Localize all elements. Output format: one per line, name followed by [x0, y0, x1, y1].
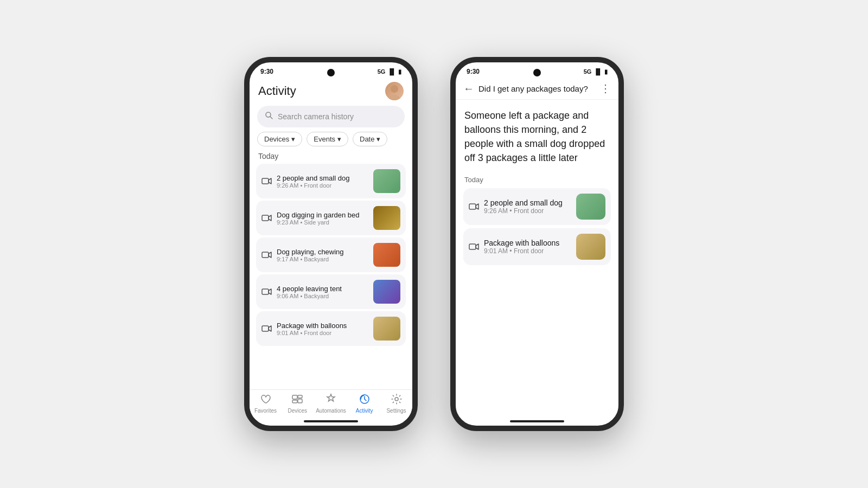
list-item[interactable]: Dog digging in garden bed 9:23 AM • Side… [256, 201, 406, 235]
bottom-nav: Favorites Devices [250, 389, 412, 419]
video-camera-icon-chat2 [469, 241, 480, 252]
chat-thumb-2 [576, 234, 605, 260]
chevron-down-icon-events: ▾ [337, 135, 341, 143]
list-item[interactable]: Dog playing, chewing 9:17 AM • Backyard [256, 237, 406, 272]
video-camera-icon-2 [261, 213, 272, 223]
phone-1: 9:30 5G ▐▌ ▮ Activity [244, 57, 418, 431]
battery-1: ▮ [398, 68, 401, 75]
more-options-button[interactable]: ⋮ [600, 82, 611, 95]
svg-point-14 [395, 397, 398, 401]
battery-2: ▮ [604, 68, 608, 75]
activity-title-1: 2 people and small dog [277, 174, 369, 182]
activity-meta-1: 9:26 AM • Front door [277, 182, 369, 189]
status-icons-1: 5G ▐▌ ▮ [378, 68, 401, 75]
svg-rect-9 [292, 395, 297, 399]
chevron-down-icon-date: ▾ [376, 135, 380, 143]
nav-favorites[interactable]: Favorites [252, 393, 279, 414]
front-camera-2 [533, 69, 541, 76]
search-icon [265, 111, 273, 122]
activity-meta-5: 9:01 AM • Front door [277, 330, 369, 336]
nav-settings-label: Settings [386, 408, 406, 414]
nav-automations[interactable]: Automations [316, 393, 346, 414]
video-camera-icon-1 [261, 176, 272, 187]
filter-row: Devices ▾ Events ▾ Date ▾ [250, 132, 412, 151]
chat-item-meta-2: 9:01 AM • Front door [484, 247, 572, 255]
phone-2: 9:30 5G ▐▌ ▮ ← Did I get any packages to… [450, 57, 624, 431]
activity-title-3: Dog playing, chewing [277, 248, 369, 256]
activity-meta-4: 9:06 AM • Backyard [277, 293, 369, 299]
settings-icon [391, 393, 403, 407]
activity-meta-3: 9:17 AM • Backyard [277, 256, 369, 262]
activity-thumb-3 [373, 243, 400, 267]
svg-line-3 [270, 117, 272, 119]
home-indicator-2 [510, 420, 564, 422]
video-camera-icon-4 [261, 286, 272, 297]
activity-thumb-1 [373, 169, 400, 193]
activity-icon [359, 393, 371, 407]
chat-response-text: Someone left a package and balloons this… [456, 100, 618, 174]
phone1-content: Activity Search camera history [250, 78, 412, 419]
svg-rect-8 [262, 326, 269, 331]
nav-devices-label: Devices [288, 408, 308, 414]
chevron-down-icon: ▾ [291, 135, 295, 143]
filter-events[interactable]: Events ▾ [307, 132, 348, 146]
home-indicator-1 [304, 420, 358, 422]
list-item[interactable]: 4 people leaving tent 9:06 AM • Backyard [256, 274, 406, 309]
back-button[interactable]: ← [463, 82, 474, 95]
activity-thumb-4 [373, 280, 400, 304]
nav-settings[interactable]: Settings [383, 393, 410, 414]
chat-item-meta-1: 9:26 AM • Front door [484, 207, 572, 215]
chat-item-info-1: 2 people and small dog 9:26 AM • Front d… [484, 198, 572, 215]
activity-title-2: Dog digging in garden bed [277, 211, 369, 219]
video-camera-icon-3 [261, 249, 272, 260]
section-today: Today [250, 151, 412, 164]
search-placeholder: Search camera history [278, 112, 354, 121]
chat-list-item[interactable]: Package with balloons 9:01 AM • Front do… [463, 228, 611, 265]
signal-bars-2: ▐▌ [593, 68, 602, 75]
chat-list-item[interactable]: 2 people and small dog 9:26 AM • Front d… [463, 188, 611, 225]
chat-item-title-1: 2 people and small dog [484, 198, 572, 207]
activity-info-5: Package with balloons 9:01 AM • Front do… [277, 322, 369, 336]
list-item[interactable]: 2 people and small dog 9:26 AM • Front d… [256, 164, 406, 198]
activity-meta-2: 9:23 AM • Side yard [277, 219, 369, 226]
chat-item-title-2: Package with balloons [484, 239, 572, 247]
svg-point-1 [388, 95, 400, 100]
activity-info-1: 2 people and small dog 9:26 AM • Front d… [277, 174, 369, 189]
status-icons-2: 5G ▐▌ ▮ [584, 68, 608, 75]
activity-info-3: Dog playing, chewing 9:17 AM • Backyard [277, 248, 369, 262]
activity-info-4: 4 people leaving tent 9:06 AM • Backyard [277, 285, 369, 299]
svg-point-0 [391, 85, 398, 93]
svg-rect-10 [298, 395, 302, 398]
chat-item-info-2: Package with balloons 9:01 AM • Front do… [484, 239, 572, 255]
activity-thumb-5 [373, 317, 400, 341]
status-time-2: 9:30 [467, 68, 480, 75]
svg-rect-11 [298, 399, 302, 403]
activity-list: 2 people and small dog 9:26 AM • Front d… [250, 164, 412, 389]
nav-activity-label: Activity [356, 408, 373, 414]
filter-devices[interactable]: Devices ▾ [257, 132, 302, 146]
chat-title: Did I get any packages today? [478, 84, 596, 93]
activity-title-5: Package with balloons [277, 322, 369, 330]
activity-title-4: 4 people leaving tent [277, 285, 369, 293]
user-avatar[interactable] [385, 82, 404, 100]
svg-rect-4 [262, 178, 269, 184]
search-bar[interactable]: Search camera history [257, 106, 405, 127]
svg-rect-16 [469, 244, 476, 249]
nav-devices[interactable]: Devices [284, 393, 311, 414]
chat-items: 2 people and small dog 9:26 AM • Front d… [456, 188, 618, 265]
signal-bars-1: ▐▌ [387, 68, 396, 75]
chat-thumb-1 [576, 194, 605, 220]
svg-rect-15 [469, 204, 476, 209]
devices-icon [291, 393, 303, 407]
nav-activity[interactable]: Activity [351, 393, 378, 414]
scene: 9:30 5G ▐▌ ▮ Activity [244, 57, 624, 431]
filter-date[interactable]: Date ▾ [353, 132, 387, 146]
list-item[interactable]: Package with balloons 9:01 AM • Front do… [256, 311, 406, 346]
automations-icon [325, 393, 337, 407]
nav-favorites-label: Favorites [254, 408, 277, 414]
phone2-content: ← Did I get any packages today? ⋮ Someon… [456, 78, 618, 419]
video-camera-icon-5 [261, 323, 272, 334]
activity-info-2: Dog digging in garden bed 9:23 AM • Side… [277, 211, 369, 226]
activity-thumb-2 [373, 206, 400, 230]
front-camera-1 [327, 69, 335, 76]
